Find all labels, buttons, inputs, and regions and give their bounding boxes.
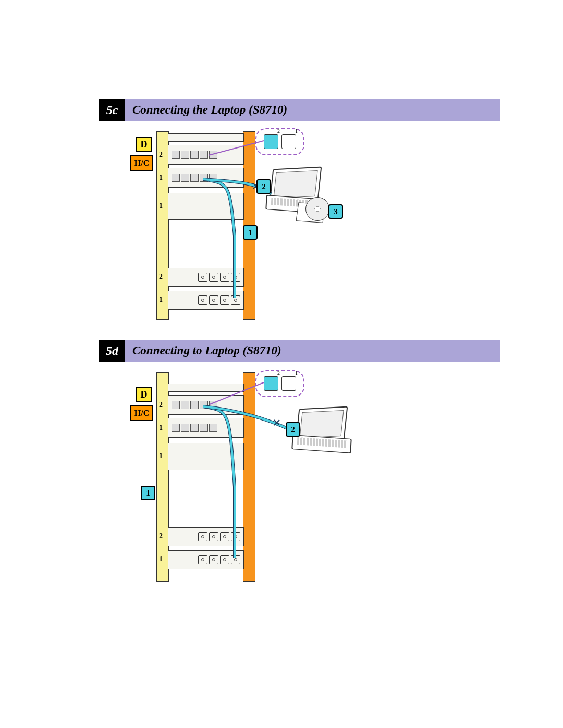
server-ports — [172, 149, 240, 161]
legend-d-badge: D — [136, 137, 152, 152]
laptop-keyboard — [297, 437, 347, 448]
outlet-icon — [209, 532, 218, 541]
cable-paths — [99, 372, 464, 581]
unit-label: 1 — [159, 174, 163, 182]
port-icon — [200, 401, 208, 409]
ethernet-jack-icon — [264, 376, 278, 391]
outlet-icon — [198, 295, 207, 305]
unit-label: 1 — [159, 452, 163, 460]
port-icon — [200, 151, 208, 159]
blank-unit: 1 — [168, 443, 244, 470]
outlet-icon — [231, 532, 240, 541]
unit-label: 2 — [159, 401, 163, 409]
outlet-icon — [198, 273, 207, 282]
server-unit-2: 2 — [168, 395, 244, 415]
outlet-icon — [209, 273, 218, 282]
documentation-disc-icon — [297, 199, 328, 220]
pdu-unit-1: 1 — [168, 291, 244, 310]
outlet-icon — [209, 555, 218, 564]
legend-hc-badge: H/C — [130, 155, 153, 171]
figure-5d: D H/C 2 1 — [99, 372, 500, 581]
section-title: Connecting the Laptop (S8710) — [125, 99, 500, 121]
ethernet-jack-icon — [282, 134, 296, 149]
port-icon — [209, 174, 217, 182]
outlet-icon — [231, 295, 240, 305]
server-ports — [172, 171, 240, 184]
server-unit-2: 2 — [168, 145, 244, 165]
unit-label: 1 — [159, 555, 163, 563]
pdu-outlets — [172, 530, 240, 544]
legend: D H/C — [130, 387, 153, 421]
rack-rail-left — [156, 372, 169, 582]
outlet-icon — [220, 532, 229, 541]
server-unit-1: 1 — [168, 168, 244, 188]
pdu-unit-2: 2 — [168, 527, 244, 546]
callout-2: 2 — [256, 179, 271, 194]
port-icon — [209, 424, 217, 432]
zoom-port-label: 2 — [277, 128, 280, 134]
zoom-port-label: 1 — [295, 128, 298, 134]
port-zoom-callout: 2 1 — [255, 370, 304, 397]
server-rack: 2 1 1 2 — [156, 372, 255, 581]
laptop-icon — [292, 408, 354, 454]
outlet-icon — [220, 273, 229, 282]
figure-5c: D H/C 2 1 — [99, 131, 500, 319]
pdu-outlets — [172, 553, 240, 566]
section-number: 5c — [99, 99, 125, 121]
port-icon — [190, 151, 199, 159]
unit-label: 1 — [159, 202, 163, 210]
rack-rail-left — [156, 131, 169, 320]
ethernet-jack-icon — [282, 376, 296, 391]
section-title: Connecting to Laptop (S8710) — [125, 340, 500, 362]
outlet-icon — [209, 295, 218, 305]
server-ports — [172, 399, 240, 411]
blank-unit: 1 — [168, 193, 244, 220]
section-5c: 5c Connecting the Laptop (S8710) D H/C 2 — [99, 99, 500, 319]
callout-3: 3 — [328, 204, 343, 219]
cd-icon — [305, 197, 329, 221]
port-icon — [190, 174, 199, 182]
rack-rail-right — [243, 372, 255, 582]
outlet-icon — [231, 555, 240, 564]
unit-label: 2 — [159, 273, 163, 281]
unit-label: 1 — [159, 295, 163, 304]
svg-line-4 — [274, 420, 279, 425]
pdu-unit-1: 1 — [168, 550, 244, 569]
cable-paths — [99, 131, 464, 319]
outlet-icon — [220, 295, 229, 305]
page: 5c Connecting the Laptop (S8710) D H/C 2 — [0, 0, 563, 728]
legend-d-badge: D — [136, 387, 152, 402]
unit-label: 2 — [159, 532, 163, 540]
port-icon — [209, 151, 217, 159]
port-icon — [172, 174, 180, 182]
port-icon — [181, 401, 189, 409]
port-icon — [190, 424, 199, 432]
legend: D H/C — [130, 137, 153, 171]
outlet-icon — [198, 555, 207, 564]
server-ports — [172, 422, 240, 434]
svg-line-5 — [274, 420, 279, 425]
laptop-screen — [273, 170, 317, 199]
rack-top-strip — [168, 384, 244, 392]
unit-label: 1 — [159, 424, 163, 432]
unit-label: 2 — [159, 151, 163, 159]
port-icon — [172, 151, 180, 159]
port-icon — [172, 401, 180, 409]
legend-hc-badge: H/C — [130, 405, 153, 421]
port-icon — [172, 424, 180, 432]
section-header-5c: 5c Connecting the Laptop (S8710) — [99, 99, 500, 121]
port-icon — [181, 151, 189, 159]
ethernet-jack-icon — [264, 134, 278, 149]
pdu-outlets — [172, 293, 240, 307]
outlet-icon — [220, 555, 229, 564]
callout-1: 1 — [141, 486, 155, 500]
section-number: 5d — [99, 340, 125, 362]
port-icon — [190, 401, 199, 409]
port-icon — [200, 174, 208, 182]
port-icon — [181, 174, 189, 182]
server-rack: 2 1 1 2 — [156, 131, 255, 319]
callout-1: 1 — [243, 225, 258, 240]
port-icon — [181, 424, 189, 432]
callout-2: 2 — [286, 422, 300, 437]
pdu-unit-2: 2 — [168, 268, 244, 287]
